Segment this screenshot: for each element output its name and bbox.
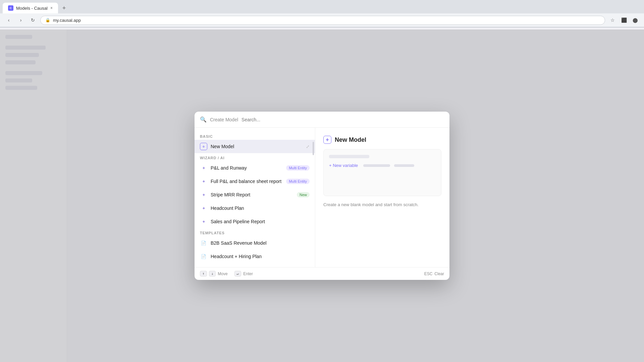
menu-item-stripe-mrr[interactable]: ✦ Stripe MRR Report New <box>195 188 315 201</box>
section-header-wizard-ai: WIZARD / AI <box>195 153 315 161</box>
extensions-button[interactable]: ⬛ <box>619 15 629 25</box>
menu-item-b2b-saas[interactable]: 📄 B2B SaaS Revenue Model <box>195 236 315 250</box>
new-variable-button[interactable]: + New variable <box>329 163 358 168</box>
menu-item-headcount-hiring[interactable]: 📄 Headcount + Hiring Plan <box>195 250 315 263</box>
preview-card-header-bar <box>329 155 369 158</box>
nav-actions: ☆ ⬛ ⬤ <box>608 15 640 25</box>
new-tab-button[interactable]: + <box>59 3 69 13</box>
sales-pipeline-label: Sales and Pipeline Report <box>211 219 265 224</box>
plus-icon: + <box>200 143 207 150</box>
esc-hint: ESC Clear <box>424 272 444 276</box>
badge-new-stripe: New <box>297 192 310 197</box>
clear-label: Clear <box>434 272 444 276</box>
menu-item-headcount-plan[interactable]: ✦ Headcount Plan <box>195 201 315 215</box>
menu-item-sales-pipeline[interactable]: ✦ Sales and Pipeline Report <box>195 215 315 228</box>
badge-multi-entity-1: Multi Entity <box>286 165 310 171</box>
command-palette-modal: 🔍 Create Model BASIC + New Model ⤢ WIZAR… <box>195 112 449 280</box>
bookmark-button[interactable]: ☆ <box>608 15 617 25</box>
section-header-basic: BASIC <box>195 132 315 140</box>
wand-icon-1: ✦ <box>200 164 207 172</box>
placeholder-bar-2 <box>394 164 414 167</box>
search-icon: 🔍 <box>200 116 207 123</box>
search-input[interactable] <box>241 117 444 122</box>
full-pl-label: Full P&L and balance sheet report <box>211 179 281 184</box>
wand-icon-3: ✦ <box>200 191 207 198</box>
active-tab[interactable]: C Models - Causal × <box>3 3 58 13</box>
modal-footer: ↑ ↓ Move ↵ Enter ESC Clear <box>195 267 449 280</box>
preview-description: Create a new blank model and start from … <box>323 201 441 208</box>
tab-bar: C Models - Causal × + <box>0 0 644 13</box>
stripe-mrr-label: Stripe MRR Report <box>211 192 250 197</box>
esc-label: ESC <box>424 272 433 276</box>
create-model-label[interactable]: Create Model <box>210 117 238 122</box>
new-variable-label: + New variable <box>329 163 358 168</box>
wand-icon-4: ✦ <box>200 204 207 212</box>
external-link-icon: ⤢ <box>306 144 310 149</box>
address-text: my.causal.app <box>53 18 81 23</box>
left-panel: BASIC + New Model ⤢ WIZARD / AI ✦ P&L an… <box>195 128 315 267</box>
doc-icon-2: 📄 <box>200 253 207 260</box>
enter-key: ↵ <box>234 271 241 277</box>
pl-runway-label: P&L and Runway <box>211 165 247 171</box>
placeholder-bar-1 <box>363 164 390 167</box>
headcount-hiring-label: Headcount + Hiring Plan <box>211 254 262 259</box>
move-up-key: ↑ <box>200 271 207 277</box>
enter-hint: ↵ Enter <box>234 271 253 277</box>
modal-body: BASIC + New Model ⤢ WIZARD / AI ✦ P&L an… <box>195 128 449 267</box>
preview-title-text: New Model <box>335 136 366 143</box>
tab-title: Models - Causal <box>16 6 48 11</box>
enter-label: Enter <box>243 272 253 276</box>
wand-icon-2: ✦ <box>200 178 207 185</box>
tab-favicon: C <box>8 5 13 11</box>
right-panel: + New Model + New variable Create a new … <box>315 128 449 267</box>
move-down-key: ↓ <box>209 271 216 277</box>
modal-search-bar: 🔍 Create Model <box>195 112 449 128</box>
new-variable-row: + New variable <box>329 163 436 168</box>
preview-title: + New Model <box>323 136 441 144</box>
menu-item-pl-runway[interactable]: ✦ P&L and Runway Multi Entity <box>195 161 315 175</box>
doc-icon-1: 📄 <box>200 239 207 247</box>
tab-close-button[interactable]: × <box>50 6 53 10</box>
move-label: Move <box>218 272 227 276</box>
address-bar[interactable]: 🔒 my.causal.app <box>40 16 605 25</box>
b2b-saas-label: B2B SaaS Revenue Model <box>211 240 267 246</box>
wand-icon-5: ✦ <box>200 218 207 225</box>
menu-item-full-pl[interactable]: ✦ Full P&L and balance sheet report Mult… <box>195 175 315 188</box>
browser-chrome: C Models - Causal × + ‹ › ↻ 🔒 my.causal.… <box>0 0 644 27</box>
preview-card: + New variable <box>323 149 441 196</box>
menu-item-new-model[interactable]: + New Model ⤢ <box>195 140 315 153</box>
section-header-templates: TEMPLATES <box>195 228 315 236</box>
back-button[interactable]: ‹ <box>4 15 13 25</box>
move-hint: ↑ ↓ Move <box>200 271 228 277</box>
modal-overlay: 🔍 Create Model BASIC + New Model ⤢ WIZAR… <box>0 29 644 362</box>
navigation-bar: ‹ › ↻ 🔒 my.causal.app ☆ ⬛ ⬤ <box>0 13 644 27</box>
new-model-label: New Model <box>211 144 234 149</box>
badge-multi-entity-2: Multi Entity <box>286 179 310 184</box>
refresh-button[interactable]: ↻ <box>28 15 38 25</box>
lock-icon: 🔒 <box>45 18 50 22</box>
profile-button[interactable]: ⬤ <box>631 15 640 25</box>
forward-button[interactable]: › <box>16 15 25 25</box>
headcount-plan-label: Headcount Plan <box>211 205 244 211</box>
preview-title-plus-icon: + <box>323 136 331 144</box>
